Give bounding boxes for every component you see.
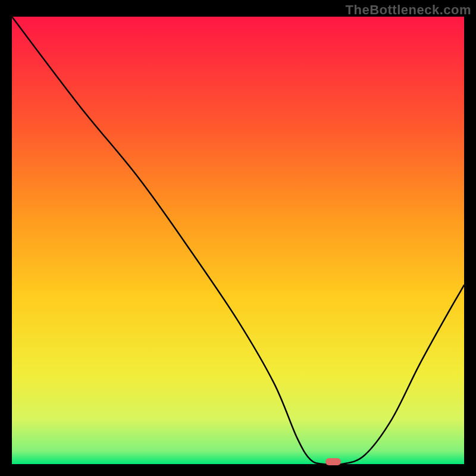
- bottleneck-curve: [12, 17, 464, 464]
- optimal-marker: [325, 458, 341, 465]
- watermark-text: TheBottleneck.com: [346, 2, 471, 18]
- curve-path: [12, 17, 464, 465]
- chart-stage: TheBottleneck.com: [0, 0, 476, 476]
- plot-area: [12, 17, 464, 464]
